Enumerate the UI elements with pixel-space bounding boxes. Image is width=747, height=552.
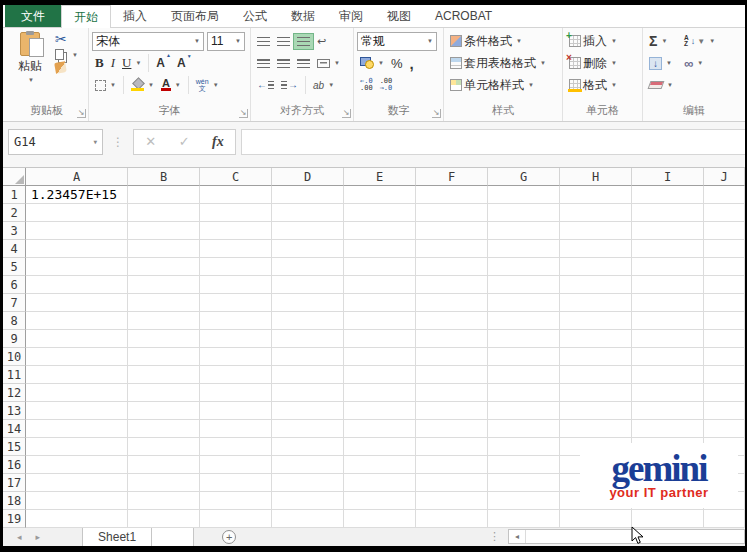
- cell-B9[interactable]: [128, 330, 200, 348]
- format-painter-button[interactable]: [52, 61, 81, 74]
- cell-F13[interactable]: [416, 402, 488, 420]
- cell-E4[interactable]: [344, 240, 416, 258]
- cell-G13[interactable]: [488, 402, 560, 420]
- cell-B4[interactable]: [128, 240, 200, 258]
- cell-H10[interactable]: [560, 348, 632, 366]
- column-header-J[interactable]: J: [704, 168, 745, 186]
- cell-J1[interactable]: [704, 186, 745, 204]
- cell-I14[interactable]: [632, 420, 704, 438]
- cell-I6[interactable]: [632, 276, 704, 294]
- insert-function-icon[interactable]: fx: [212, 134, 224, 150]
- cell-H5[interactable]: [560, 258, 632, 276]
- row-header-10[interactable]: 10: [3, 348, 26, 366]
- cell-B17[interactable]: [128, 474, 200, 492]
- cell-C3[interactable]: [200, 222, 272, 240]
- row-header-17[interactable]: 17: [3, 474, 26, 492]
- clipboard-dialog-launcher-icon[interactable]: ↘: [77, 109, 86, 118]
- merge-center-button[interactable]: ▼: [314, 58, 343, 69]
- row-header-5[interactable]: 5: [3, 258, 26, 276]
- cell-I17[interactable]: [632, 474, 704, 492]
- cell-G9[interactable]: [488, 330, 560, 348]
- number-dialog-launcher-icon[interactable]: ↘: [432, 109, 441, 118]
- cell-J7[interactable]: [704, 294, 745, 312]
- cell-D5[interactable]: [272, 258, 344, 276]
- fill-color-button[interactable]: ▼: [128, 78, 157, 92]
- cell-D16[interactable]: [272, 456, 344, 474]
- next-sheet-icon[interactable]: ▸: [36, 532, 41, 542]
- cell-F12[interactable]: [416, 384, 488, 402]
- cell-D18[interactable]: [272, 492, 344, 510]
- cell-H1[interactable]: [560, 186, 632, 204]
- cell-I18[interactable]: [632, 492, 704, 510]
- conditional-formatting-button[interactable]: 条件格式▼: [447, 32, 525, 51]
- cell-I15[interactable]: [632, 438, 704, 456]
- row-header-16[interactable]: 16: [3, 456, 26, 474]
- cell-C6[interactable]: [200, 276, 272, 294]
- cell-B6[interactable]: [128, 276, 200, 294]
- cell-B18[interactable]: [128, 492, 200, 510]
- cell-J5[interactable]: [704, 258, 745, 276]
- cell-G8[interactable]: [488, 312, 560, 330]
- cell-C14[interactable]: [200, 420, 272, 438]
- cell-C1[interactable]: [200, 186, 272, 204]
- row-header-12[interactable]: 12: [3, 384, 26, 402]
- row-header-13[interactable]: 13: [3, 402, 26, 420]
- row-header-11[interactable]: 11: [3, 366, 26, 384]
- decrease-decimal-button[interactable]: .00→.0: [377, 77, 396, 93]
- cell-E9[interactable]: [344, 330, 416, 348]
- cell-F9[interactable]: [416, 330, 488, 348]
- cell-C4[interactable]: [200, 240, 272, 258]
- cell-F2[interactable]: [416, 204, 488, 222]
- cell-E18[interactable]: [344, 492, 416, 510]
- cell-B3[interactable]: [128, 222, 200, 240]
- find-select-button[interactable]: ∞▼: [681, 55, 706, 72]
- cell-A9[interactable]: [26, 330, 128, 348]
- cell-G17[interactable]: [488, 474, 560, 492]
- row-header-8[interactable]: 8: [3, 312, 26, 330]
- formula-input[interactable]: [241, 129, 745, 155]
- row-header-18[interactable]: 18: [3, 492, 26, 510]
- cell-C9[interactable]: [200, 330, 272, 348]
- cell-B5[interactable]: [128, 258, 200, 276]
- cell-F19[interactable]: [416, 510, 488, 528]
- cell-G7[interactable]: [488, 294, 560, 312]
- cell-F10[interactable]: [416, 348, 488, 366]
- cell-D2[interactable]: [272, 204, 344, 222]
- cell-E15[interactable]: [344, 438, 416, 456]
- column-header-E[interactable]: E: [344, 168, 416, 186]
- cell-B8[interactable]: [128, 312, 200, 330]
- cell-I10[interactable]: [632, 348, 704, 366]
- cell-H15[interactable]: [560, 438, 632, 456]
- cell-I2[interactable]: [632, 204, 704, 222]
- cell-H14[interactable]: [560, 420, 632, 438]
- cell-J13[interactable]: [704, 402, 745, 420]
- cut-button[interactable]: ✂: [52, 30, 81, 48]
- cell-D12[interactable]: [272, 384, 344, 402]
- cell-A16[interactable]: [26, 456, 128, 474]
- cell-G18[interactable]: [488, 492, 560, 510]
- cell-E14[interactable]: [344, 420, 416, 438]
- underline-button[interactable]: U▼: [119, 54, 144, 72]
- tab-view[interactable]: 视图: [375, 5, 423, 27]
- cell-C13[interactable]: [200, 402, 272, 420]
- cell-F7[interactable]: [416, 294, 488, 312]
- align-right-button[interactable]: [294, 56, 313, 71]
- cell-J19[interactable]: [704, 510, 745, 528]
- sheet-tab-sheet1[interactable]: Sheet1: [82, 528, 152, 546]
- font-dialog-launcher-icon[interactable]: ↘: [239, 109, 248, 118]
- cell-A19[interactable]: [26, 510, 128, 528]
- cell-D19[interactable]: [272, 510, 344, 528]
- delete-cells-button[interactable]: 删除▼: [566, 54, 620, 73]
- row-header-6[interactable]: 6: [3, 276, 26, 294]
- tab-insert[interactable]: 插入: [111, 5, 159, 27]
- cell-G11[interactable]: [488, 366, 560, 384]
- tab-acrobat[interactable]: ACROBAT: [423, 5, 504, 27]
- cell-A3[interactable]: [26, 222, 128, 240]
- column-header-I[interactable]: I: [632, 168, 704, 186]
- cell-A15[interactable]: [26, 438, 128, 456]
- cell-A5[interactable]: [26, 258, 128, 276]
- cell-B16[interactable]: [128, 456, 200, 474]
- cell-A2[interactable]: [26, 204, 128, 222]
- cell-I13[interactable]: [632, 402, 704, 420]
- row-header-15[interactable]: 15: [3, 438, 26, 456]
